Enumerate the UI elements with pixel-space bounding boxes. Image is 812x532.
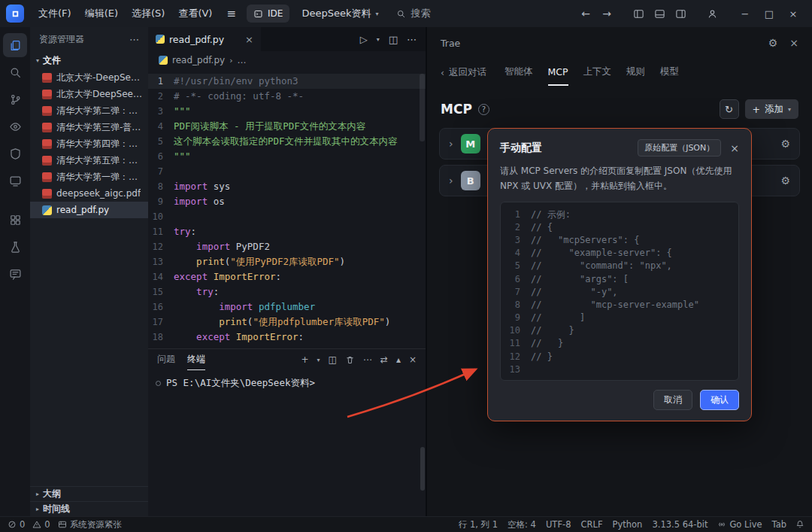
terminal-options-icon[interactable]: ▾ — [317, 357, 320, 363]
ai-tab-1[interactable]: MCP — [548, 59, 568, 86]
menu-item-1[interactable]: 编辑(E) — [78, 4, 125, 23]
swap-panel-icon[interactable]: ⇄ — [380, 354, 388, 365]
warnings-status[interactable]: 0 — [32, 519, 50, 530]
file-item-2[interactable]: 清华大学第二弹：De… — [30, 102, 148, 119]
trash-icon[interactable] — [345, 355, 355, 365]
ai-tab-0[interactable]: 智能体 — [504, 59, 533, 86]
close-modal-icon[interactable]: × — [730, 142, 739, 154]
bell-icon[interactable] — [795, 520, 804, 529]
file-item-3[interactable]: 清华大学第三弹-普通… — [30, 119, 148, 135]
close-window-button[interactable]: × — [782, 3, 804, 24]
section-label: 大纲 — [43, 488, 61, 500]
files-section-header[interactable]: ▾ 文件 — [30, 51, 148, 69]
file-item-0[interactable]: 北京大学-DeepSeek… — [30, 69, 148, 86]
sidebar-bottom: ▸大纲▸时间线 — [30, 486, 148, 516]
help-icon[interactable]: ? — [478, 104, 489, 115]
close-ai-panel-icon[interactable]: × — [789, 37, 798, 49]
editor-more-actions-icon[interactable]: ⋯ — [407, 34, 417, 45]
run-button[interactable]: ▷ — [360, 34, 368, 45]
layout-sidebar-icon[interactable] — [629, 4, 648, 23]
close-panel-icon[interactable]: × — [409, 354, 417, 365]
activity-remote-chat-button[interactable] — [3, 169, 27, 193]
server-settings-icon[interactable]: ⚙ — [780, 175, 790, 187]
more-actions-icon[interactable]: ⋯ — [129, 34, 139, 45]
confirm-button[interactable]: 确认 — [700, 390, 739, 410]
status-item-2[interactable]: UTF-8 — [546, 519, 571, 530]
account-icon[interactable] — [702, 4, 722, 23]
line-number: 15 — [148, 284, 174, 299]
activity-testing-flask-button[interactable] — [3, 235, 27, 259]
file-item-5[interactable]: 清华大学第五弹：De… — [30, 152, 148, 169]
maximize-button[interactable]: □ — [758, 3, 780, 24]
file-item-8[interactable]: read_pdf.py — [30, 202, 148, 218]
close-tab-icon[interactable]: × — [245, 34, 253, 45]
activity-files-button[interactable] — [3, 33, 27, 57]
terminal-scrollbar[interactable] — [420, 447, 425, 491]
new-terminal-icon[interactable]: + — [301, 354, 308, 365]
minimize-button[interactable]: − — [734, 3, 756, 24]
menu-item-3[interactable]: 查看(V) — [171, 4, 219, 23]
status-item-4[interactable]: Python — [613, 519, 643, 530]
run-options-icon[interactable]: ▾ — [377, 36, 380, 43]
server-settings-icon[interactable]: ⚙ — [780, 138, 790, 150]
editor-tab[interactable]: read_pdf.py × — [148, 27, 261, 51]
status-item-3[interactable]: CRLF — [580, 519, 602, 530]
menu-item-2[interactable]: 选择(S) — [125, 4, 171, 23]
status-item-1[interactable]: 空格: 4 — [508, 519, 536, 530]
status-item-6[interactable]: Go Live — [717, 519, 762, 530]
status-item-5[interactable]: 3.13.5 64-bit — [652, 519, 707, 530]
refresh-button[interactable]: ↻ — [720, 99, 739, 119]
split-editor-icon[interactable]: ◫ — [389, 34, 398, 45]
titlebar-search[interactable]: 搜索 — [396, 7, 430, 20]
file-item-7[interactable]: deepseek_aigc.pdf — [30, 185, 148, 202]
layout-secondary-sidebar-icon[interactable] — [671, 4, 690, 23]
errors-status[interactable]: 0 — [8, 519, 25, 530]
sidebar-section-1[interactable]: ▸时间线 — [30, 501, 148, 516]
chevron-left-icon: ‹ — [441, 67, 444, 78]
line-number: 3 — [508, 234, 520, 247]
ide-badge[interactable]: IDE — [247, 5, 289, 23]
more-menus-button[interactable]: ≡ — [220, 4, 242, 23]
activity-extensions-button[interactable] — [3, 208, 27, 232]
panel-tab-0[interactable]: 问题 — [157, 349, 175, 370]
add-button[interactable]: + 添加 ▾ — [745, 99, 799, 119]
raw-config-button[interactable]: 原始配置（JSON） — [638, 139, 721, 157]
panel-more-actions-icon[interactable]: ⋯ — [363, 354, 372, 365]
back-icon[interactable]: ← — [576, 4, 595, 23]
activity-source-control-button[interactable] — [3, 87, 27, 111]
maximize-panel-icon[interactable]: ▴ — [396, 354, 401, 365]
line-number: 10 — [508, 324, 520, 337]
mcp-heading: MCP — [441, 102, 472, 117]
code-editor[interactable]: 1#!/usr/bin/env python32# -*- coding: ut… — [148, 69, 426, 348]
ai-tabs: 智能体MCP上下文规则模型 — [504, 59, 679, 86]
file-item-6[interactable]: 清华大学第一弹：De… — [30, 169, 148, 185]
split-terminal-icon[interactable]: ◫ — [329, 354, 337, 365]
activity-feedback-button[interactable] — [3, 262, 27, 286]
file-item-4[interactable]: 清华大学第四弹：De… — [30, 135, 148, 152]
breadcrumb[interactable]: read_pdf.py › … — [148, 51, 426, 69]
file-name: 清华大学第四弹：De… — [56, 138, 144, 150]
ai-tab-3[interactable]: 规则 — [626, 59, 645, 86]
ai-tab-2[interactable]: 上下文 — [583, 59, 612, 86]
file-item-1[interactable]: 北京大学DeepSeek系… — [30, 86, 148, 102]
layout-panel-icon[interactable] — [650, 4, 669, 23]
sidebar-section-0[interactable]: ▸大纲 — [30, 486, 148, 501]
back-to-chat-button[interactable]: ‹ 返回对话 — [441, 66, 486, 79]
status-item-7[interactable]: Tab — [772, 519, 786, 530]
terminal[interactable]: PS E:\AI文件夹\DeepSeek资料> — [148, 370, 426, 397]
app-logo[interactable] — [6, 5, 24, 23]
activity-debug-shield-button[interactable] — [3, 141, 27, 166]
modal-code[interactable]: 1// 示例:2// {3// "mcpServers": {4// "exam… — [500, 202, 739, 381]
activity-search-button[interactable] — [3, 60, 27, 84]
cancel-button[interactable]: 取消 — [653, 390, 692, 410]
resource-status[interactable]: 系统资源紧张 — [58, 519, 122, 530]
editor-scrollbar[interactable] — [420, 74, 425, 141]
ai-tab-4[interactable]: 模型 — [660, 59, 679, 86]
forward-icon[interactable]: → — [597, 4, 617, 23]
panel-tab-1[interactable]: 终端 — [187, 349, 205, 370]
project-selector[interactable]: DeepSeek资料 ▾ — [301, 7, 378, 20]
activity-preview-eye-button[interactable] — [3, 114, 27, 138]
settings-gear-icon[interactable]: ⚙ — [768, 37, 778, 49]
menu-item-0[interactable]: 文件(F) — [32, 4, 78, 23]
status-item-0[interactable]: 行 1, 列 1 — [459, 519, 498, 530]
